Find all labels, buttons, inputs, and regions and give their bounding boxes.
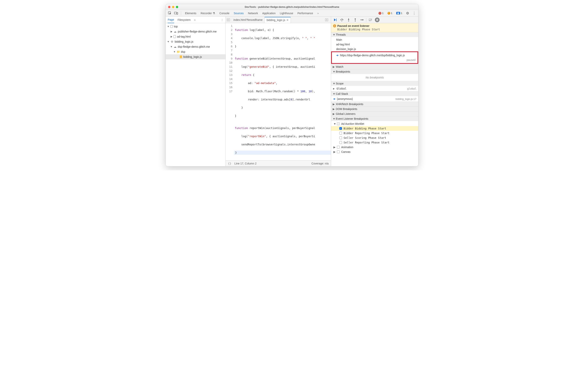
- resume-icon[interactable]: [333, 18, 338, 22]
- tab-application[interactable]: Application: [262, 10, 276, 16]
- subtab-filesystem[interactable]: Filesystem: [178, 17, 191, 23]
- close-tab-icon[interactable]: ✕: [286, 18, 289, 22]
- indeterminate-checkbox-icon[interactable]: −: [337, 122, 340, 125]
- svg-rect-2: [177, 12, 178, 14]
- tab-console[interactable]: Console: [219, 10, 229, 16]
- checkbox-icon[interactable]: [339, 141, 342, 144]
- svg-rect-5: [336, 18, 337, 21]
- scope-header[interactable]: ▼Scope: [331, 81, 418, 86]
- page-icon: [173, 35, 176, 38]
- subtab-page[interactable]: Page: [168, 16, 174, 23]
- event-listener-bp-header[interactable]: ▼Event Listener Breakpoints: [331, 116, 418, 121]
- step-icon[interactable]: [360, 18, 364, 22]
- callstack-frame[interactable]: ➔(anonymous)bidding_logic.js:17: [331, 96, 418, 101]
- tree-dsp-folder[interactable]: ▼📁dsp: [166, 49, 225, 54]
- tab-sources[interactable]: Sources: [234, 10, 244, 16]
- tab-network[interactable]: Network: [248, 10, 258, 16]
- paused-message: iPaused on event listener Bidder Bidding…: [331, 23, 418, 32]
- line-gutter: 1234567891011121314151617: [226, 23, 234, 160]
- editor-tab-index[interactable]: index.html?fencedframe: [231, 17, 264, 22]
- navigator-subtabs: Page Filesystem » ⋮: [166, 16, 225, 23]
- evbp-seller-reporting-start[interactable]: Seller Reporting Phase Start: [331, 140, 418, 145]
- breakpoints-header[interactable]: ▼Breakpoints: [331, 69, 418, 74]
- message-icon: ▤: [396, 12, 400, 14]
- svg-rect-12: [377, 19, 378, 21]
- watch-header[interactable]: ▶Watch: [331, 64, 418, 69]
- tree-dsp-domain[interactable]: ▼☁dsp-fledge-demo.glitch.me: [166, 44, 225, 49]
- settings-icon[interactable]: ⚙: [405, 11, 410, 16]
- folder-icon: 📁: [177, 50, 180, 53]
- page-icon: [170, 25, 173, 28]
- evbp-bidder-reporting-start[interactable]: Bidder Reporting Phase Start: [331, 131, 418, 136]
- deactivate-breakpoints-icon[interactable]: [368, 18, 373, 22]
- evbp-group-animation[interactable]: ▶Animation: [331, 145, 418, 150]
- tab-elements[interactable]: Elements: [185, 10, 196, 16]
- tab-lighthouse[interactable]: Lighthouse: [280, 10, 293, 16]
- step-into-icon[interactable]: [346, 18, 351, 22]
- tab-recorder[interactable]: Recorder ⚗: [201, 10, 215, 16]
- checkbox-icon[interactable]: [339, 132, 342, 134]
- warning-icon: !: [388, 12, 390, 14]
- coverage-status: Coverage: n/a: [311, 162, 329, 165]
- warning-count-badge[interactable]: !1: [386, 11, 394, 15]
- navigator-menu-icon[interactable]: ⋮: [221, 18, 223, 22]
- checkbox-icon[interactable]: [337, 146, 340, 148]
- svg-rect-11: [376, 19, 377, 21]
- pause-icon[interactable]: [375, 18, 380, 22]
- file-tree: ▼top ▶☁publisher-fledge-demo.glitch.me ▶…: [166, 23, 225, 166]
- flask-icon: ⚗: [213, 10, 215, 16]
- svg-point-6: [341, 20, 342, 21]
- nav-forward-icon[interactable]: [325, 18, 330, 21]
- event-listener-breakpoints-section: ▼Event Listener Breakpoints ▼−Ad Auction…: [331, 116, 418, 154]
- callstack-section: ▼Call Stack ➔(anonymous)bidding_logic.js…: [331, 92, 418, 102]
- dom-breakpoints-section: ▶DOM Breakpoints: [331, 107, 418, 112]
- evbp-group-canvas[interactable]: ▶Canvas: [331, 150, 418, 154]
- evbp-group-ad-auction[interactable]: ▼−Ad Auction Worklet: [331, 122, 418, 126]
- evbp-bidder-bidding-start[interactable]: ✓Bidder Bidding Phase Start: [331, 126, 418, 131]
- tree-adtag[interactable]: ▶ad-tag.html: [166, 34, 225, 39]
- step-out-icon[interactable]: [353, 18, 358, 22]
- current-thread-arrow-icon: ➔: [336, 54, 339, 57]
- more-tabs-icon[interactable]: »: [317, 10, 319, 16]
- editor-tab-bidding[interactable]: bidding_logic.js✕: [264, 17, 291, 23]
- code-editor[interactable]: 1234567891011121314151617 function log(l…: [226, 23, 331, 160]
- scope-global[interactable]: ▶Globalglobal: [331, 86, 418, 91]
- breakpoints-empty: No breakpoints: [331, 74, 418, 80]
- format-icon[interactable]: {}: [228, 162, 231, 165]
- error-icon: ✕: [379, 12, 381, 14]
- message-count-badge[interactable]: ▤1: [395, 11, 404, 15]
- debugger-panel: iPaused on event listener Bidder Bidding…: [331, 16, 418, 166]
- thread-adtag[interactable]: ad-tag.html: [331, 42, 418, 47]
- tab-performance[interactable]: Performance: [297, 10, 313, 16]
- breakpoints-section: ▼Breakpoints No breakpoints: [331, 69, 418, 81]
- checkbox-icon[interactable]: [337, 150, 340, 153]
- xhr-breakpoints-header[interactable]: ▶XHR/fetch Breakpoints: [331, 102, 418, 106]
- window-title: DevTools - publisher-fledge-demo.glitch.…: [166, 6, 418, 8]
- tree-top[interactable]: ▼top: [166, 24, 225, 29]
- global-listeners-header[interactable]: ▶Global Listeners: [331, 112, 418, 116]
- titlebar: DevTools - publisher-fledge-demo.glitch.…: [166, 4, 418, 10]
- kebab-menu-icon[interactable]: ⋮: [412, 11, 417, 16]
- threads-header[interactable]: ▼Threads: [331, 32, 418, 37]
- inspect-element-icon[interactable]: [167, 11, 172, 16]
- thread-main[interactable]: Main: [331, 37, 418, 42]
- thread-bidding-highlighted[interactable]: ➔ https://dsp-fledge-demo.glitch.me/dsp/…: [331, 52, 418, 64]
- cursor-position: Line 17, Column 2: [234, 162, 257, 165]
- navigator-panel: Page Filesystem » ⋮ ▼top ▶☁publisher-fle…: [166, 16, 226, 166]
- more-subtabs-icon[interactable]: »: [194, 18, 196, 22]
- thread-decision[interactable]: decision_logic.js: [331, 47, 418, 52]
- step-over-icon[interactable]: [340, 18, 344, 22]
- evbp-seller-scoring-start[interactable]: Seller Scoring Phase Start: [331, 136, 418, 140]
- debugger-toolbar: [331, 16, 418, 23]
- tree-bidding-file[interactable]: bidding_logic.js: [166, 54, 225, 59]
- callstack-header[interactable]: ▼Call Stack: [331, 92, 418, 96]
- tree-publisher-domain[interactable]: ▶☁publisher-fledge-demo.glitch.me: [166, 29, 225, 34]
- nav-back-icon[interactable]: [227, 18, 231, 21]
- tree-bidding-worklet[interactable]: ▼⚙bidding_logic.js: [166, 39, 225, 44]
- checkbox-icon[interactable]: ✓: [339, 127, 342, 130]
- checkbox-icon[interactable]: [339, 136, 342, 139]
- device-mode-icon[interactable]: [173, 11, 179, 16]
- error-count-badge[interactable]: ✕1: [377, 11, 385, 15]
- dom-breakpoints-header[interactable]: ▶DOM Breakpoints: [331, 107, 418, 111]
- svg-rect-1: [174, 12, 177, 14]
